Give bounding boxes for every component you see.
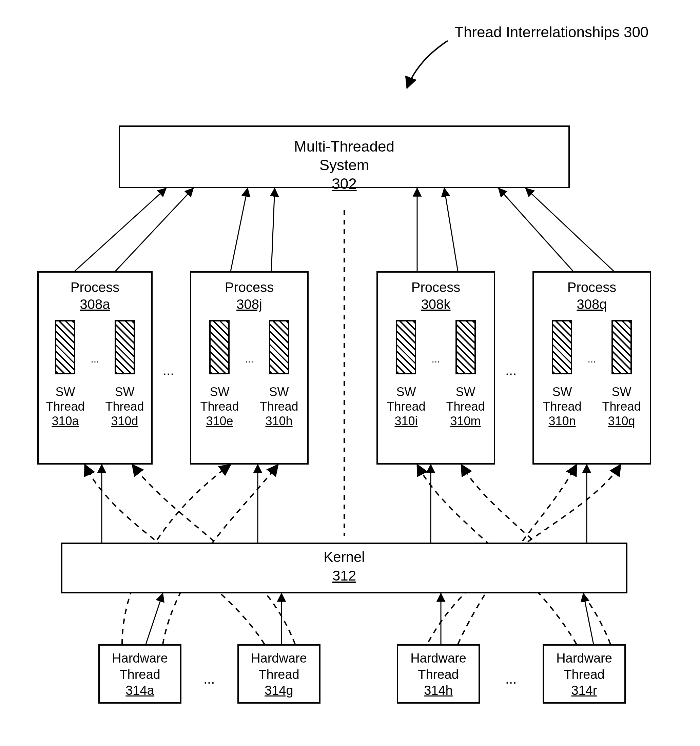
- svg-line-1: [115, 188, 193, 271]
- sw-l2: Thread: [387, 399, 425, 414]
- sw-thread: SW Thread 310m: [446, 320, 485, 429]
- sw-ref: 310m: [446, 414, 485, 428]
- hw-l2: Thread: [100, 667, 180, 683]
- sw-l1: SW: [446, 385, 485, 399]
- sw-thread: SW Thread 310q: [602, 320, 641, 429]
- sw-thread: SW Thread 310i: [387, 320, 425, 429]
- hw-ref: 314g: [239, 683, 319, 699]
- hardware-thread-box: Hardware Thread 314h: [397, 644, 480, 704]
- kernel-box: Kernel 312: [61, 543, 628, 593]
- process-box-308q: Process 308q SW Thread 310n ... SW Threa…: [533, 271, 651, 465]
- hw-ref: 314r: [544, 683, 625, 699]
- hardware-thread-box: Hardware Thread 314a: [98, 644, 181, 704]
- sw-l2: Thread: [105, 399, 144, 414]
- hardware-thread-box: Hardware Thread 314r: [543, 644, 626, 704]
- sw-l1: SW: [105, 385, 144, 399]
- hw-l1: Hardware: [398, 650, 479, 667]
- process-box-308j: Process 308j SW Thread 310e ... SW Threa…: [190, 271, 309, 465]
- ellipsis-icon: ...: [587, 353, 596, 365]
- sw-ref: 310a: [46, 414, 84, 428]
- hw-l2: Thread: [544, 667, 625, 683]
- threads-row: SW Thread 310a ... SW Thread 310d: [39, 320, 151, 429]
- hw-ref: 314a: [100, 683, 180, 699]
- sw-l2: Thread: [200, 399, 239, 414]
- sw-l1: SW: [387, 385, 425, 399]
- system-ref: 302: [120, 174, 568, 193]
- svg-line-0: [75, 188, 166, 271]
- sw-thread-icon: [269, 320, 289, 375]
- process-label: Process: [39, 279, 151, 296]
- sw-l1: SW: [543, 385, 581, 399]
- sw-thread-icon: [55, 320, 75, 375]
- hw-l1: Hardware: [239, 650, 319, 667]
- kernel-ref: 312: [62, 567, 626, 585]
- sw-ref: 310n: [543, 414, 581, 428]
- hw-l1: Hardware: [100, 650, 180, 667]
- ellipsis-icon: ...: [431, 353, 440, 365]
- sw-thread-icon: [611, 320, 632, 375]
- process-ref: 308j: [191, 296, 307, 313]
- sw-l1: SW: [260, 385, 298, 399]
- sw-thread-icon: [552, 320, 572, 375]
- sw-thread-icon: [209, 320, 230, 375]
- process-box-308a: Process 308a SW Thread 310a ... SW Threa…: [37, 271, 153, 465]
- hw-l2: Thread: [398, 667, 479, 683]
- sw-thread-icon: [114, 320, 135, 375]
- sw-ref: 310h: [260, 414, 298, 428]
- ellipsis-icon: ...: [505, 363, 516, 378]
- kernel-label: Kernel: [62, 548, 626, 567]
- process-box-308k: Process 308k SW Thread 310i ... SW Threa…: [376, 271, 495, 465]
- svg-line-5: [444, 188, 458, 271]
- diagram-canvas: Thread Interrelationships 300 Multi-Thre…: [0, 0, 700, 746]
- sw-thread: SW Thread 310d: [105, 320, 144, 429]
- sw-l2: Thread: [260, 399, 298, 414]
- sw-ref: 310i: [387, 414, 425, 428]
- ellipsis-icon: ...: [163, 363, 174, 378]
- ellipsis-icon: ...: [245, 353, 253, 365]
- sw-ref: 310q: [602, 414, 641, 428]
- sw-l2: Thread: [446, 399, 485, 414]
- diagram-title: Thread Interrelationships 300: [455, 24, 649, 41]
- sw-l1: SW: [46, 385, 84, 399]
- hw-l1: Hardware: [544, 650, 625, 667]
- sw-l2: Thread: [602, 399, 641, 414]
- process-ref: 308a: [39, 296, 151, 313]
- ellipsis-icon: ...: [203, 671, 215, 687]
- sw-l1: SW: [602, 385, 641, 399]
- sw-thread-icon: [396, 320, 416, 375]
- process-label: Process: [378, 279, 494, 296]
- process-ref: 308k: [378, 296, 494, 313]
- svg-line-13: [146, 593, 163, 644]
- sw-l1: SW: [200, 385, 239, 399]
- svg-line-2: [230, 188, 248, 271]
- sw-l2: Thread: [46, 399, 84, 414]
- svg-line-16: [583, 593, 593, 644]
- system-line1: Multi-Threaded: [120, 137, 568, 156]
- svg-line-3: [271, 188, 275, 271]
- svg-line-6: [498, 188, 573, 271]
- sw-thread-icon: [456, 320, 476, 375]
- sw-l2: Thread: [543, 399, 581, 414]
- system-line2: System: [120, 156, 568, 174]
- process-label: Process: [534, 279, 650, 296]
- svg-line-7: [526, 188, 614, 271]
- ellipsis-icon: ...: [505, 671, 516, 687]
- sw-thread: SW Thread 310h: [260, 320, 298, 429]
- ellipsis-icon: ...: [90, 353, 99, 365]
- process-label: Process: [191, 279, 307, 296]
- hardware-thread-box: Hardware Thread 314g: [238, 644, 321, 704]
- hw-l2: Thread: [239, 667, 319, 683]
- sw-ref: 310e: [200, 414, 239, 428]
- sw-thread: SW Thread 310n: [543, 320, 581, 429]
- process-ref: 308q: [534, 296, 650, 313]
- sw-thread: SW Thread 310a: [46, 320, 84, 429]
- system-box: Multi-Threaded System 302: [119, 125, 570, 188]
- hw-ref: 314h: [398, 683, 479, 699]
- sw-thread: SW Thread 310e: [200, 320, 239, 429]
- sw-ref: 310d: [105, 414, 144, 428]
